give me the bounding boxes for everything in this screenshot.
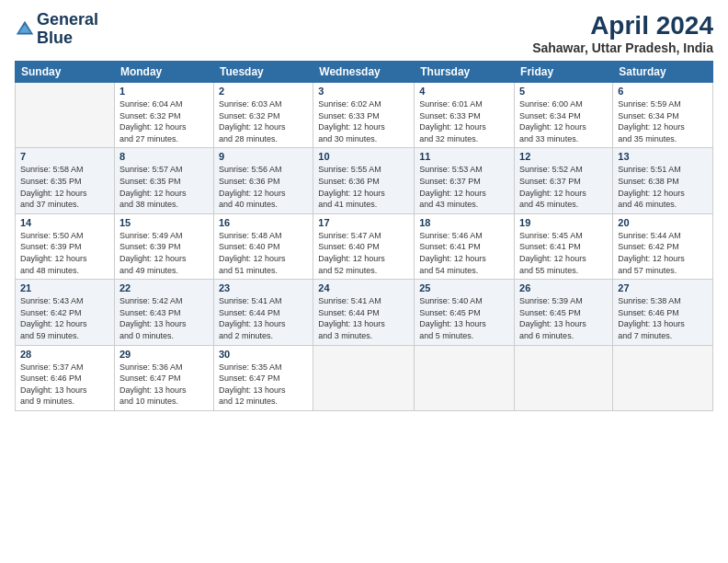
day-number: 20 <box>618 217 708 228</box>
day-info: Sunrise: 5:40 AM Sunset: 6:45 PM Dayligh… <box>419 295 509 341</box>
calendar-cell: 9Sunrise: 5:56 AM Sunset: 6:36 PM Daylig… <box>213 148 313 213</box>
logo-line1: General <box>37 11 98 29</box>
calendar-cell: 26Sunrise: 5:39 AM Sunset: 6:45 PM Dayli… <box>515 280 613 345</box>
weekday-header: Wednesday <box>313 62 415 83</box>
day-number: 1 <box>119 86 209 97</box>
day-number: 13 <box>618 151 708 162</box>
calendar-cell: 30Sunrise: 5:35 AM Sunset: 6:47 PM Dayli… <box>213 345 313 410</box>
day-info: Sunrise: 6:03 AM Sunset: 6:32 PM Dayligh… <box>219 98 308 144</box>
day-number: 18 <box>419 217 509 228</box>
day-number: 7 <box>20 151 109 162</box>
calendar-cell: 20Sunrise: 5:44 AM Sunset: 6:42 PM Dayli… <box>613 213 713 279</box>
day-info: Sunrise: 5:51 AM Sunset: 6:38 PM Dayligh… <box>618 164 708 210</box>
day-number: 4 <box>419 86 509 97</box>
title-block: April 2024 Sahawar, Uttar Pradesh, India <box>532 11 713 55</box>
day-info: Sunrise: 5:44 AM Sunset: 6:42 PM Dayligh… <box>618 230 708 276</box>
calendar-cell: 19Sunrise: 5:45 AM Sunset: 6:41 PM Dayli… <box>515 213 613 279</box>
day-info: Sunrise: 5:36 AM Sunset: 6:47 PM Dayligh… <box>119 362 209 408</box>
day-number: 8 <box>119 151 209 162</box>
day-info: Sunrise: 5:55 AM Sunset: 6:36 PM Dayligh… <box>318 164 409 210</box>
day-number: 28 <box>20 349 109 360</box>
logo-text: General Blue <box>37 11 98 48</box>
calendar-cell: 15Sunrise: 5:49 AM Sunset: 6:39 PM Dayli… <box>114 213 213 279</box>
logo-line2: Blue <box>37 29 98 48</box>
calendar-cell: 6Sunrise: 5:59 AM Sunset: 6:34 PM Daylig… <box>613 83 713 148</box>
day-info: Sunrise: 5:59 AM Sunset: 6:34 PM Dayligh… <box>618 98 708 144</box>
calendar-cell: 8Sunrise: 5:57 AM Sunset: 6:35 PM Daylig… <box>114 148 213 213</box>
day-number: 3 <box>318 86 409 97</box>
calendar-cell: 14Sunrise: 5:50 AM Sunset: 6:39 PM Dayli… <box>16 213 115 279</box>
day-info: Sunrise: 5:42 AM Sunset: 6:43 PM Dayligh… <box>119 295 209 341</box>
day-info: Sunrise: 5:41 AM Sunset: 6:44 PM Dayligh… <box>219 295 308 341</box>
day-number: 24 <box>318 282 409 293</box>
calendar-cell: 22Sunrise: 5:42 AM Sunset: 6:43 PM Dayli… <box>114 280 213 345</box>
day-number: 30 <box>219 349 308 360</box>
day-info: Sunrise: 5:56 AM Sunset: 6:36 PM Dayligh… <box>219 164 308 210</box>
weekday-header: Monday <box>114 62 213 83</box>
day-number: 9 <box>219 151 308 162</box>
weekday-header: Tuesday <box>213 62 313 83</box>
day-number: 2 <box>219 86 308 97</box>
day-info: Sunrise: 5:47 AM Sunset: 6:40 PM Dayligh… <box>318 230 409 276</box>
day-number: 22 <box>119 282 209 293</box>
day-number: 15 <box>119 217 209 228</box>
day-number: 5 <box>519 86 608 97</box>
day-number: 11 <box>419 151 509 162</box>
calendar-cell <box>415 345 515 410</box>
calendar-cell <box>613 345 713 410</box>
day-info: Sunrise: 6:02 AM Sunset: 6:33 PM Dayligh… <box>318 98 409 144</box>
calendar: SundayMondayTuesdayWednesdayThursdayFrid… <box>15 61 713 411</box>
logo: General Blue <box>15 11 98 48</box>
main-title: April 2024 <box>532 11 713 40</box>
day-info: Sunrise: 5:37 AM Sunset: 6:46 PM Dayligh… <box>20 362 109 408</box>
calendar-cell <box>313 345 415 410</box>
weekday-header: Friday <box>515 62 613 83</box>
calendar-cell: 28Sunrise: 5:37 AM Sunset: 6:46 PM Dayli… <box>16 345 115 410</box>
day-number: 16 <box>219 217 308 228</box>
day-number: 6 <box>618 86 708 97</box>
day-number: 21 <box>20 282 109 293</box>
calendar-cell: 21Sunrise: 5:43 AM Sunset: 6:42 PM Dayli… <box>16 280 115 345</box>
day-number: 17 <box>318 217 409 228</box>
weekday-header: Saturday <box>613 62 713 83</box>
day-info: Sunrise: 6:01 AM Sunset: 6:33 PM Dayligh… <box>419 98 509 144</box>
subtitle: Sahawar, Uttar Pradesh, India <box>532 40 713 55</box>
calendar-cell: 7Sunrise: 5:58 AM Sunset: 6:35 PM Daylig… <box>16 148 115 213</box>
day-info: Sunrise: 5:52 AM Sunset: 6:37 PM Dayligh… <box>519 164 608 210</box>
calendar-cell <box>515 345 613 410</box>
day-number: 10 <box>318 151 409 162</box>
weekday-header: Thursday <box>415 62 515 83</box>
day-info: Sunrise: 5:48 AM Sunset: 6:40 PM Dayligh… <box>219 230 308 276</box>
page: General Blue April 2024 Sahawar, Uttar P… <box>0 0 728 563</box>
calendar-cell <box>16 83 115 148</box>
calendar-cell: 23Sunrise: 5:41 AM Sunset: 6:44 PM Dayli… <box>213 280 313 345</box>
calendar-cell: 10Sunrise: 5:55 AM Sunset: 6:36 PM Dayli… <box>313 148 415 213</box>
logo-icon <box>15 19 35 40</box>
day-info: Sunrise: 5:45 AM Sunset: 6:41 PM Dayligh… <box>519 230 608 276</box>
day-number: 23 <box>219 282 308 293</box>
day-info: Sunrise: 5:43 AM Sunset: 6:42 PM Dayligh… <box>20 295 109 341</box>
day-info: Sunrise: 6:00 AM Sunset: 6:34 PM Dayligh… <box>519 98 608 144</box>
calendar-cell: 11Sunrise: 5:53 AM Sunset: 6:37 PM Dayli… <box>415 148 515 213</box>
calendar-cell: 29Sunrise: 5:36 AM Sunset: 6:47 PM Dayli… <box>114 345 213 410</box>
calendar-cell: 13Sunrise: 5:51 AM Sunset: 6:38 PM Dayli… <box>613 148 713 213</box>
day-info: Sunrise: 5:49 AM Sunset: 6:39 PM Dayligh… <box>119 230 209 276</box>
day-number: 14 <box>20 217 109 228</box>
day-number: 19 <box>519 217 608 228</box>
day-number: 12 <box>519 151 608 162</box>
day-number: 25 <box>419 282 509 293</box>
day-number: 29 <box>119 349 209 360</box>
calendar-cell: 17Sunrise: 5:47 AM Sunset: 6:40 PM Dayli… <box>313 213 415 279</box>
calendar-cell: 27Sunrise: 5:38 AM Sunset: 6:46 PM Dayli… <box>613 280 713 345</box>
day-info: Sunrise: 5:41 AM Sunset: 6:44 PM Dayligh… <box>318 295 409 341</box>
day-info: Sunrise: 5:39 AM Sunset: 6:45 PM Dayligh… <box>519 295 608 341</box>
weekday-header: Sunday <box>16 62 115 83</box>
day-info: Sunrise: 5:46 AM Sunset: 6:41 PM Dayligh… <box>419 230 509 276</box>
day-info: Sunrise: 5:35 AM Sunset: 6:47 PM Dayligh… <box>219 362 308 408</box>
calendar-cell: 24Sunrise: 5:41 AM Sunset: 6:44 PM Dayli… <box>313 280 415 345</box>
header: General Blue April 2024 Sahawar, Uttar P… <box>15 11 713 55</box>
calendar-cell: 4Sunrise: 6:01 AM Sunset: 6:33 PM Daylig… <box>415 83 515 148</box>
day-info: Sunrise: 5:53 AM Sunset: 6:37 PM Dayligh… <box>419 164 509 210</box>
calendar-cell: 12Sunrise: 5:52 AM Sunset: 6:37 PM Dayli… <box>515 148 613 213</box>
day-info: Sunrise: 5:58 AM Sunset: 6:35 PM Dayligh… <box>20 164 109 210</box>
